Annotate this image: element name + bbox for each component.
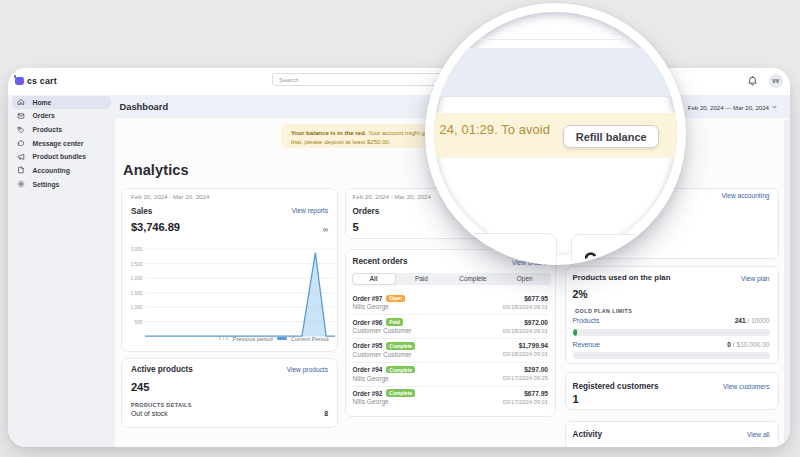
products-details-label: PRODUCTS DETAILS	[131, 402, 192, 408]
svg-text:1,000: 1,000	[131, 305, 143, 310]
active-products-card: Active products View products 245 PRODUC…	[121, 358, 338, 428]
zoom-window-edge	[434, 39, 677, 40]
order-status-tabs: AllPaidCompleteOpen	[352, 273, 551, 285]
customers-value: 1	[573, 393, 579, 405]
active-products-title: Active products	[131, 365, 193, 374]
order-total: $677.95	[524, 295, 548, 302]
sales-title: Sales	[131, 207, 152, 216]
tab-complete[interactable]: Complete	[447, 273, 499, 285]
page: cs cart VV Home Orders Products Message …	[0, 0, 800, 457]
zoom-header-band	[434, 48, 677, 98]
sales-card: Feb 20, 2024 - Mar 20, 2024 Sales View r…	[121, 188, 338, 352]
legend-label: Current Period	[291, 336, 329, 342]
orders-value: 5	[353, 221, 359, 233]
activity-title: Activity	[573, 430, 603, 439]
order-row[interactable]: Order #94 Complete Nills George $297.00 …	[353, 362, 549, 387]
activity-card: Activity View all	[565, 421, 779, 447]
order-date: 03/17/2024 09:25	[503, 375, 548, 381]
order-id: Order #92	[353, 390, 383, 397]
legend-dash	[219, 337, 229, 339]
recent-orders-title: Recent orders	[353, 257, 408, 266]
out-of-stock-value: 8	[324, 410, 328, 417]
infinity-icon[interactable]: ∞	[323, 226, 328, 233]
order-status-badge: Open	[386, 295, 405, 303]
sales-chart: 5001,0001,5002,0002,5003,000	[131, 244, 335, 343]
view-reports-link[interactable]: View reports	[291, 207, 328, 214]
view-plan-link[interactable]: View plan	[741, 275, 769, 282]
order-id: Order #95	[353, 342, 383, 349]
plan-row-value: 241 / 10000	[735, 317, 770, 324]
plan-progress-bar	[573, 352, 770, 359]
view-products-link[interactable]: View products	[287, 366, 328, 373]
banner-text-line2: that, please deposit at least $250.00.	[291, 138, 391, 145]
customers-title: Registered customers	[573, 382, 659, 391]
plan-value: 2%	[573, 288, 588, 300]
analytics-heading: Analytics	[123, 162, 189, 178]
order-date: 03/18/2024 09:01	[503, 351, 548, 357]
plan-progress-bar	[573, 329, 770, 336]
tab-open[interactable]: Open	[499, 273, 551, 285]
order-date: 03/17/2024 09:01	[503, 399, 548, 405]
order-status-badge: Complete	[386, 366, 415, 374]
orders-period: Feb 20, 2024 - Mar 20, 2024	[353, 193, 431, 200]
orders-title: Orders	[353, 207, 380, 216]
active-products-value: 245	[131, 381, 149, 393]
tab-all[interactable]: All	[352, 273, 396, 285]
order-customer: Customer Customer	[353, 327, 412, 334]
sales-period: Feb 20, 2024 - Mar 20, 2024	[131, 193, 209, 200]
order-customer: Customer Customer	[353, 351, 412, 358]
svg-text:2,500: 2,500	[131, 262, 143, 267]
plan-limits-label: GOLD PLAN LIMITS	[575, 308, 632, 314]
view-accounting-link[interactable]: View accounting	[722, 192, 770, 199]
svg-text:1,500: 1,500	[131, 291, 143, 296]
tab-paid[interactable]: Paid	[396, 273, 448, 285]
zoom-banner-text: 24, 01:29. To avoid	[439, 122, 550, 137]
order-date: 03/18/2024 09:01	[503, 304, 548, 310]
plan-card: Products used on the plan View plan 2% G…	[565, 266, 779, 364]
order-status-badge: Complete	[386, 342, 415, 350]
svg-text:2,000: 2,000	[131, 276, 143, 281]
order-customer: Nills George	[353, 375, 389, 382]
plan-row-label[interactable]: Revenue	[573, 341, 600, 348]
legend-dash	[277, 337, 287, 339]
plan-row-label[interactable]: Products	[573, 317, 600, 324]
plan-title: Products used on the plan	[573, 273, 671, 282]
order-customer: Nills George	[353, 398, 389, 405]
view-customers-link[interactable]: View customers	[723, 383, 769, 390]
magnifier-lens: 24, 01:29. To avoid Refill balance $	[425, 3, 687, 265]
order-id: Order #96	[353, 319, 383, 326]
order-row[interactable]: Order #92 Complete Nills George $677.95 …	[353, 386, 549, 410]
order-status-badge: Paid	[386, 318, 403, 326]
svg-text:3,000: 3,000	[131, 247, 143, 252]
order-date: 03/18/2024 09:01	[503, 328, 548, 334]
chart-legend: Previous periodCurrent Period	[219, 336, 329, 342]
order-total: $972.00	[524, 319, 548, 326]
sales-value: $3,746.89	[131, 221, 180, 233]
refill-balance-button[interactable]: Refill balance	[563, 125, 659, 149]
order-id: Order #97	[353, 295, 383, 302]
order-row[interactable]: Order #95 Complete Customer Customer $1,…	[353, 338, 549, 363]
recent-orders-card: Recent orders View orders AllPaidComplet…	[345, 249, 556, 418]
plan-row-value: 0 / $10,000.00	[727, 341, 769, 348]
magnifier-content: 24, 01:29. To avoid Refill balance $	[434, 12, 677, 255]
order-id: Order #94	[353, 366, 383, 373]
out-of-stock-label: Out of stock	[131, 410, 168, 417]
order-total: $297.00	[524, 366, 548, 373]
banner-bold-text: Your balance is in the red.	[291, 129, 366, 136]
order-total: $1,799.94	[519, 342, 548, 349]
svg-text:500: 500	[134, 320, 142, 325]
order-status-badge: Complete	[386, 389, 415, 397]
order-row[interactable]: Order #96 Paid Customer Customer $972.00…	[353, 315, 549, 340]
order-total: $677.95	[524, 390, 548, 397]
customers-card: Registered customers View customers 1	[565, 372, 779, 410]
order-customer: Nills George	[353, 303, 389, 310]
legend-label: Previous period	[233, 336, 273, 342]
view-all-link[interactable]: View all	[747, 431, 770, 438]
order-row[interactable]: Order #97 Open Nills George $677.95 03/1…	[353, 291, 549, 316]
